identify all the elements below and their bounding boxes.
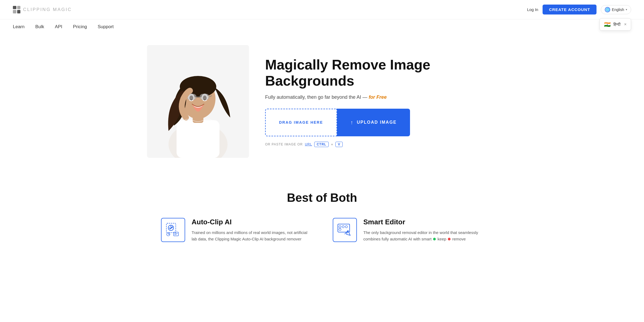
close-language-button[interactable]: × bbox=[624, 22, 627, 27]
autoclip-text: Auto-Clip AI Trained on millions and mil… bbox=[192, 218, 311, 242]
features-grid: Auto-Clip AI Trained on millions and mil… bbox=[161, 218, 483, 242]
v-key-badge: V bbox=[335, 142, 343, 147]
drag-drop-zone[interactable]: DRAG IMAGE HERE bbox=[265, 109, 337, 136]
nav-item-support[interactable]: Support bbox=[98, 24, 114, 30]
hero-photo bbox=[147, 45, 249, 158]
smart-editor-title: Smart Editor bbox=[363, 218, 483, 226]
svg-rect-11 bbox=[200, 94, 209, 100]
hero-title: Magically Remove Image Backgrounds bbox=[265, 57, 497, 89]
autoclip-title: Auto-Clip AI bbox=[192, 218, 311, 226]
feature-autoclip: Auto-Clip AI Trained on millions and mil… bbox=[161, 218, 311, 242]
feature-smart-editor: Smart Editor The only background removal… bbox=[333, 218, 483, 242]
language-label: English bbox=[612, 8, 624, 12]
smart-editor-icon-box bbox=[333, 218, 357, 242]
hero-subtitle: Fully automatically, then go far beyond … bbox=[265, 94, 497, 100]
smart-editor-text: Smart Editor The only background removal… bbox=[363, 218, 483, 242]
best-section: Best of Both Auto- bbox=[0, 175, 644, 253]
upload-area: DRAG IMAGE HERE ↑ UPLOAD IMAGE bbox=[265, 109, 497, 136]
logo-text: CLIPPING MAGIC bbox=[23, 7, 72, 12]
svg-point-26 bbox=[342, 226, 344, 228]
header-right: Log In CREATE ACCOUNT 🌐 English ▾ bbox=[527, 5, 631, 14]
main-nav: Learn Bulk API Pricing Support bbox=[0, 19, 644, 34]
logo[interactable]: CLIPPING MAGIC bbox=[13, 6, 72, 13]
paste-hint: OR PASTE IMAGE OR URL CTRL + V bbox=[265, 142, 497, 147]
hero-image bbox=[147, 45, 249, 159]
svg-rect-2 bbox=[177, 120, 219, 158]
best-of-both-title: Best of Both bbox=[13, 191, 631, 204]
flag-icon: 🇮🇳 bbox=[604, 21, 611, 28]
language-selector[interactable]: 🌐 English ▾ bbox=[601, 5, 631, 14]
login-link[interactable]: Log In bbox=[527, 7, 538, 12]
smart-editor-icon bbox=[337, 222, 353, 238]
nav-item-pricing[interactable]: Pricing bbox=[73, 24, 87, 30]
drag-zone-label: DRAG IMAGE HERE bbox=[279, 120, 323, 125]
nav-item-learn[interactable]: Learn bbox=[13, 24, 24, 30]
url-link[interactable]: URL bbox=[305, 142, 312, 146]
autoclip-icon bbox=[165, 222, 181, 238]
plus-separator: + bbox=[331, 142, 333, 147]
nav-item-bulk[interactable]: Bulk bbox=[35, 24, 44, 30]
chevron-down-icon: ▾ bbox=[626, 8, 627, 11]
create-account-button[interactable]: CREATE ACCOUNT bbox=[543, 5, 597, 14]
hero-content: Magically Remove Image Backgrounds Fully… bbox=[265, 57, 497, 147]
ctrl-key-badge: CTRL bbox=[314, 142, 329, 147]
hero-section: Magically Remove Image Backgrounds Fully… bbox=[134, 34, 510, 175]
svg-rect-18 bbox=[174, 232, 178, 236]
nav-item-api[interactable]: API bbox=[55, 24, 62, 30]
header: CLIPPING MAGIC Log In CREATE ACCOUNT 🌐 E… bbox=[0, 0, 644, 19]
svg-point-27 bbox=[345, 226, 347, 228]
dot-green bbox=[433, 238, 436, 240]
logo-squares bbox=[13, 6, 20, 13]
logo-sq-4 bbox=[17, 10, 21, 13]
hindi-label: हिन्दी bbox=[613, 22, 620, 27]
upload-image-button[interactable]: ↑ UPLOAD IMAGE bbox=[337, 109, 410, 136]
upload-icon: ↑ bbox=[350, 119, 354, 126]
autoclip-icon-box bbox=[161, 218, 185, 242]
logo-sq-1 bbox=[13, 6, 16, 9]
autoclip-description: Trained on millions and millions of real… bbox=[192, 229, 311, 242]
logo-sq-2 bbox=[17, 6, 21, 9]
smart-editor-description: The only background removal editor in th… bbox=[363, 229, 483, 242]
svg-point-25 bbox=[339, 226, 341, 228]
language-dropdown: 🇮🇳 हिन्दी × bbox=[599, 18, 631, 31]
for-free-text: for Free bbox=[369, 94, 387, 100]
svg-point-28 bbox=[339, 228, 341, 230]
logo-sq-3 bbox=[13, 10, 16, 13]
dot-red bbox=[448, 238, 451, 240]
globe-icon: 🌐 bbox=[605, 7, 610, 12]
